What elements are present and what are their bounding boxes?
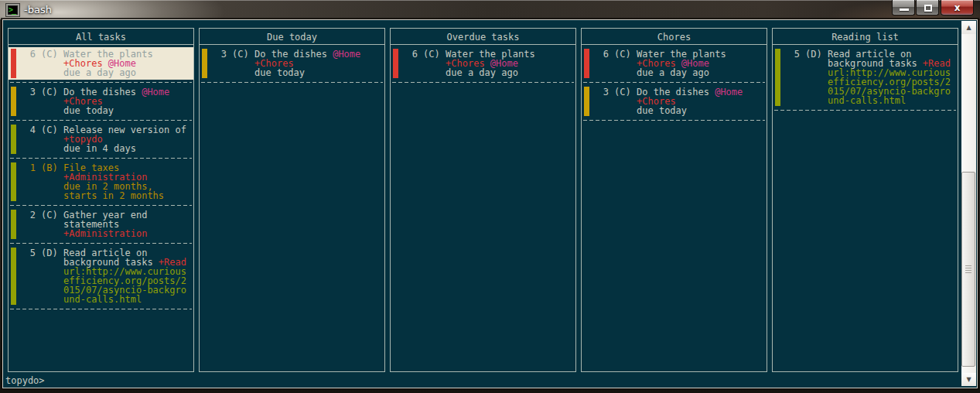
window-controls: x bbox=[892, 0, 974, 16]
board-column: Reading list 5 (D) Read article on backg… bbox=[772, 28, 958, 372]
board-column: Due today 3 (C) Do the dishes @Home +Cho… bbox=[199, 28, 385, 372]
priority-bar bbox=[11, 49, 16, 78]
item-separator bbox=[10, 205, 192, 206]
minimize-icon bbox=[900, 9, 909, 11]
item-separator bbox=[392, 82, 574, 83]
task-text: 6 (C) Water the plants +Chores @Home due… bbox=[586, 50, 767, 77]
scroll-up-icon[interactable]: ▲ bbox=[961, 21, 976, 34]
priority-bar bbox=[775, 49, 780, 106]
board: All tasks 6 (C) Water the plants +Chores… bbox=[8, 28, 958, 372]
board-column: Overdue tasks 6 (C) Water the plants +Ch… bbox=[390, 28, 576, 372]
terminal-icon: >_ bbox=[6, 4, 19, 16]
priority-bar bbox=[11, 87, 16, 116]
item-separator bbox=[10, 243, 192, 244]
item-separator bbox=[583, 82, 765, 83]
column-items: 6 (C) Water the plants +Chores @Home due… bbox=[9, 45, 193, 309]
task-text: 6 (C) Water the plants +Chores @Home due… bbox=[395, 50, 575, 77]
scroll-thumb[interactable] bbox=[961, 172, 975, 367]
column-title: Due today bbox=[200, 29, 384, 45]
task-text: 2 (C) Gather year end statements +Admini… bbox=[13, 210, 193, 238]
column-items: 3 (C) Do the dishes @Home +Chores due to… bbox=[200, 45, 384, 83]
restore-icon bbox=[924, 5, 932, 12]
task-text: 3 (C) Do the dishes @Home +Chores due to… bbox=[586, 87, 767, 115]
close-button[interactable]: x bbox=[941, 0, 974, 15]
item-separator bbox=[10, 309, 192, 309]
item-separator bbox=[10, 158, 192, 159]
priority-bar bbox=[11, 125, 16, 154]
terminal-window: >_ -bash x All tasks 6 (C) Water the pla… bbox=[0, 0, 980, 393]
priority-bar bbox=[393, 49, 398, 78]
task-item[interactable]: 3 (C) Do the dishes @Home +Chores due to… bbox=[9, 85, 193, 118]
task-text: 3 (C) Do the dishes @Home +Chores due to… bbox=[204, 50, 384, 77]
task-item[interactable]: 1 (B) File taxes +Administration due in … bbox=[9, 161, 193, 203]
priority-bar bbox=[11, 162, 16, 201]
priority-bar bbox=[202, 49, 207, 78]
close-icon: x bbox=[941, 2, 973, 13]
scrollbar[interactable]: ▲ ▼ bbox=[961, 21, 976, 386]
task-text: 3 (C) Do the dishes @Home +Chores due to… bbox=[13, 87, 193, 115]
board-column: All tasks 6 (C) Water the plants +Chores… bbox=[8, 28, 194, 372]
task-item[interactable]: 5 (D) Read article on background tasks +… bbox=[9, 246, 193, 306]
task-item[interactable]: 6 (C) Water the plants +Chores @Home due… bbox=[9, 47, 193, 80]
column-items: 6 (C) Water the plants +Chores @Home due… bbox=[582, 45, 767, 121]
terminal-client: All tasks 6 (C) Water the plants +Chores… bbox=[3, 20, 977, 388]
task-text: 6 (C) Water the plants +Chores @Home due… bbox=[13, 50, 193, 77]
column-items: 6 (C) Water the plants +Chores @Home due… bbox=[391, 45, 575, 83]
command-prompt[interactable]: topydo> bbox=[5, 376, 45, 385]
item-separator bbox=[201, 82, 383, 83]
scroll-thumb-grip-icon bbox=[965, 265, 971, 273]
priority-bar bbox=[584, 49, 589, 78]
task-item[interactable]: 3 (C) Do the dishes @Home +Chores due to… bbox=[200, 47, 384, 80]
task-item[interactable]: 6 (C) Water the plants +Chores @Home due… bbox=[582, 47, 767, 80]
minimize-button[interactable] bbox=[892, 0, 915, 15]
item-separator bbox=[583, 120, 765, 121]
task-text: 1 (B) File taxes +Administration due in … bbox=[13, 163, 193, 200]
priority-bar bbox=[584, 87, 589, 116]
board-column: Chores 6 (C) Water the plants +Chores @H… bbox=[581, 28, 767, 372]
priority-bar bbox=[11, 210, 16, 239]
priority-bar bbox=[11, 248, 16, 305]
item-separator bbox=[774, 110, 956, 111]
task-item[interactable]: 2 (C) Gather year end statements +Admini… bbox=[9, 208, 193, 241]
task-text: 5 (D) Read article on background tasks +… bbox=[777, 50, 958, 105]
window-title: -bash bbox=[24, 4, 52, 15]
task-item[interactable]: 5 (D) Read article on background tasks +… bbox=[773, 47, 958, 108]
task-item[interactable]: 6 (C) Water the plants +Chores @Home due… bbox=[391, 47, 575, 80]
task-text: 5 (D) Read article on background tasks +… bbox=[13, 248, 193, 304]
item-separator bbox=[10, 120, 192, 121]
task-item[interactable]: 3 (C) Do the dishes @Home +Chores due to… bbox=[582, 85, 767, 118]
titlebar[interactable]: >_ -bash x bbox=[0, 0, 980, 20]
column-title: Reading list bbox=[773, 29, 958, 45]
column-title: Overdue tasks bbox=[391, 29, 575, 45]
column-title: All tasks bbox=[9, 29, 193, 45]
terminal-prompt-glyph: >_ bbox=[9, 5, 15, 14]
column-title: Chores bbox=[582, 29, 767, 45]
task-text: 4 (C) Release new version of +topydo due… bbox=[13, 125, 193, 153]
restore-button[interactable] bbox=[916, 0, 939, 15]
scroll-track[interactable] bbox=[961, 34, 976, 373]
scroll-down-icon[interactable]: ▼ bbox=[961, 373, 976, 386]
item-separator bbox=[10, 82, 192, 83]
task-item[interactable]: 4 (C) Release new version of +topydo due… bbox=[9, 123, 193, 155]
column-items: 5 (D) Read article on background tasks +… bbox=[773, 45, 958, 111]
